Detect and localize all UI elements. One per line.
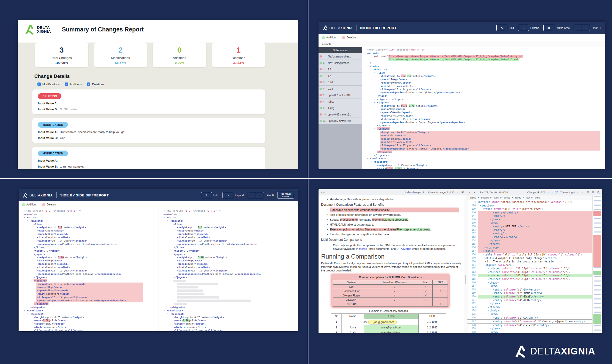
- filter-deletions[interactable]: ✓Deletions: [87, 82, 104, 86]
- prev-next-change-buttons[interactable]: ↑↓: [574, 25, 590, 31]
- difference-item[interactable]: 50.76: [319, 79, 362, 86]
- difference-item[interactable]: 11up to 0.5 meters14k...: [319, 118, 362, 124]
- grid-view-icon[interactable]: ⊞: [586, 191, 589, 194]
- code-pane[interactable]: 4<article xmlns="http://docbook.org/ns/d…: [467, 200, 592, 333]
- expanded-toggle-icon[interactable]: ▾: [367, 157, 370, 160]
- next-change-icon[interactable]: ↓: [458, 191, 459, 194]
- document-pane[interactable]: Handle large files without performance d…: [319, 195, 464, 333]
- minimap[interactable]: [592, 195, 602, 333]
- collapsed-toggle-icon[interactable]: ▸: [374, 98, 377, 101]
- filter-modifications[interactable]: ✓Modifications: [37, 82, 60, 86]
- breadcrumb-item-section[interactable]: section: [481, 196, 489, 199]
- breadcrumb-item-article[interactable]: article: [470, 196, 476, 199]
- expanded-toggle-icon[interactable]: ▾: [160, 213, 163, 216]
- expand-button[interactable]: ↘Expand: [222, 192, 244, 198]
- collapsed-toggle-icon[interactable]: ▸: [30, 249, 34, 253]
- up-arrow-icon[interactable]: ↑: [574, 25, 582, 31]
- chevron-down-icon[interactable]: ⌄: [581, 191, 584, 194]
- search-icon[interactable]: [597, 191, 600, 194]
- expanded-toggle-icon[interactable]: ▾: [374, 101, 377, 104]
- filter-additions[interactable]: ✓Additions: [65, 82, 82, 86]
- up-arrow-icon[interactable]: ↑: [248, 192, 256, 198]
- prev-next-change-buttons[interactable]: ↑↓: [248, 192, 264, 198]
- doc-link[interactable]: DITA Merge: [396, 247, 411, 250]
- expanded-toggle-icon[interactable]: ▾: [370, 68, 373, 71]
- sxs-left-pane[interactable]: <?xml version="1.0" encoding="UTF-8" ?>▾…: [19, 208, 158, 331]
- difference-item[interactable]: 94.4kg: [319, 105, 362, 111]
- expanded-toggle-icon[interactable]: ▾: [370, 160, 373, 164]
- expanded-toggle-icon[interactable]: ▾: [167, 312, 170, 316]
- branch-icon[interactable]: [555, 191, 558, 194]
- panel-view-icon[interactable]: ▣: [462, 191, 464, 194]
- scrollbar-thumb[interactable]: [465, 275, 466, 284]
- prev-change-icon[interactable]: ↑: [548, 191, 549, 194]
- expanded-toggle-icon[interactable]: ▾: [170, 223, 173, 226]
- checkbox-checked-icon[interactable]: ✓: [87, 82, 90, 86]
- difference-item[interactable]: 41.4: [319, 73, 362, 79]
- breadcrumb-item-table[interactable]: table: [494, 196, 499, 199]
- expand-icon[interactable]: ↘: [222, 192, 233, 198]
- line-number: 148: [467, 218, 478, 221]
- expanded-toggle-icon[interactable]: ▾: [364, 52, 367, 55]
- expanded-toggle-icon[interactable]: ▾: [164, 309, 167, 312]
- breadcrumb-separator-icon: ▶: [531, 197, 533, 199]
- difference-item[interactable]: 7up to 0.7 meters31k...: [319, 92, 362, 98]
- breadcrumb-item-tgroup[interactable]: tgroup: [504, 196, 510, 199]
- switch-style-button[interactable]: ⇆Switch Style: [543, 25, 570, 31]
- expanded-toggle-icon[interactable]: ▾: [27, 312, 30, 316]
- expanded-toggle-icon[interactable]: ▾: [27, 219, 30, 223]
- expanded-toggle-icon[interactable]: ▾: [30, 279, 34, 283]
- code-line: 179</row>: [467, 327, 592, 330]
- expanded-toggle-icon[interactable]: ▾: [167, 219, 170, 223]
- down-arrow-icon[interactable]: ↓: [582, 25, 590, 31]
- expanded-toggle-icon[interactable]: ▾: [367, 65, 370, 68]
- pane-scrollbar[interactable]: [464, 195, 467, 333]
- chevron-right-icon[interactable]: ›: [577, 191, 578, 194]
- expand-button[interactable]: ↘Expand: [518, 25, 539, 31]
- expanded-toggle-icon[interactable]: ▾: [24, 309, 27, 312]
- fold-icon[interactable]: ↖: [201, 192, 212, 198]
- difference-item[interactable]: 60.78: [319, 86, 362, 92]
- breadcrumb-item-row[interactable]: row: [526, 196, 530, 199]
- expanded-toggle-icon[interactable]: ▾: [374, 71, 377, 75]
- fold-icon[interactable]: ↖: [496, 25, 507, 31]
- code-line: <mass>4.4kg-4.8</mass>: [158, 319, 298, 322]
- tab-animals[interactable]: animals: [322, 43, 331, 46]
- expanded-toggle-icon[interactable]: ▾: [164, 216, 167, 219]
- nav-last-icon[interactable]: ►: [323, 191, 326, 193]
- switch-style-icon[interactable]: ⇆: [543, 25, 554, 31]
- expanded-toggle-icon[interactable]: ▾: [170, 253, 173, 256]
- hide-moves-arrows-button[interactable]: Hide MovesArrows: [277, 192, 294, 198]
- fold-button[interactable]: ↖Fold: [201, 192, 218, 198]
- expanded-toggle-icon[interactable]: ▾: [30, 253, 34, 256]
- nav-last-icon[interactable]: ►: [474, 191, 476, 193]
- breadcrumb-item-entry[interactable]: entry: [535, 196, 540, 199]
- expanded-toggle-icon[interactable]: ▾: [30, 223, 34, 226]
- nav-first-icon[interactable]: ◄: [321, 191, 323, 193]
- expanded-toggle-icon[interactable]: ▾: [20, 213, 23, 216]
- checkbox-checked-icon[interactable]: ✓: [65, 82, 68, 86]
- expanded-toggle-icon[interactable]: ▾: [24, 216, 27, 219]
- expanded-toggle-icon[interactable]: ▾: [170, 279, 173, 283]
- difference-item[interactable]: 2file:/Users/gurshee...: [319, 60, 362, 66]
- theme-label[interactable]: Theme: Light: [560, 191, 575, 194]
- table-view-icon[interactable]: ▦: [592, 191, 595, 194]
- nav-first-icon[interactable]: ◄: [468, 191, 471, 193]
- collapsed-toggle-icon[interactable]: ▸: [170, 249, 173, 253]
- checkbox-checked-icon[interactable]: ✓: [37, 82, 41, 86]
- fold-button[interactable]: ↖Fold: [496, 25, 514, 31]
- sxs-right-pane[interactable]: <?xml version="1.0" encoding="UTF-8" ?>▾…: [158, 208, 298, 331]
- next-change-icon[interactable]: ↓: [552, 191, 553, 194]
- difference-item[interactable]: 1file:/Users/gurshee...: [319, 53, 362, 60]
- inline-diff-code[interactable]: <?xml version="1.0" encoding="UTF-8" ?>▾…: [362, 47, 605, 169]
- difference-item[interactable]: 84.5kg: [319, 98, 362, 105]
- difference-item[interactable]: 31.2: [319, 66, 362, 73]
- code-line: <?xml version="1.0" encoding="UTF-8" ?>: [362, 48, 605, 52]
- breadcrumb-item-tbody[interactable]: tbody: [515, 196, 521, 199]
- down-arrow-icon[interactable]: ↓: [256, 192, 264, 198]
- doc-link[interactable]: Merge: [359, 247, 367, 250]
- difference-item[interactable]: 10up to 0.62 meters3...: [319, 111, 362, 118]
- expanded-toggle-icon[interactable]: ▾: [374, 127, 377, 131]
- expand-icon[interactable]: ↘: [518, 25, 529, 31]
- difference-label: up to 0.5 meters14k...: [328, 120, 354, 122]
